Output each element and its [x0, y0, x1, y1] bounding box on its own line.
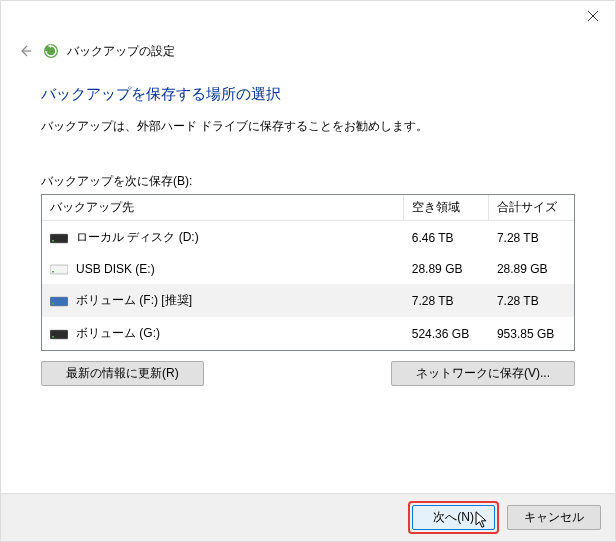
- drive-total: 953.85 GB: [489, 317, 574, 350]
- drive-name: ローカル ディスク (D:): [76, 229, 199, 246]
- drive-free: 7.28 TB: [404, 284, 489, 317]
- svg-rect-9: [52, 303, 54, 305]
- table-row[interactable]: ボリューム (G:)524.36 GB953.85 GB: [42, 317, 574, 350]
- svg-rect-8: [50, 297, 68, 306]
- table-header-row: バックアップ先 空き領域 合計サイズ: [42, 195, 574, 221]
- svg-rect-4: [50, 234, 68, 243]
- cancel-button[interactable]: キャンセル: [507, 505, 601, 530]
- table-row[interactable]: USB DISK (E:)28.89 GB28.89 GB: [42, 254, 574, 284]
- table-row[interactable]: ローカル ディスク (D:)6.46 TB7.28 TB: [42, 221, 574, 255]
- col-total[interactable]: 合計サイズ: [489, 195, 574, 221]
- drive-icon: [50, 231, 68, 245]
- svg-rect-5: [52, 240, 54, 242]
- content-area: バックアップを保存する場所の選択 バックアップは、外部ハード ドライブに保存する…: [1, 63, 615, 396]
- backup-icon: [43, 43, 59, 59]
- back-button[interactable]: [15, 41, 35, 61]
- drive-icon: [50, 262, 68, 276]
- page-subtext: バックアップは、外部ハード ドライブに保存することをお勧めします。: [41, 118, 575, 135]
- drive-name: USB DISK (E:): [76, 262, 155, 276]
- list-label: バックアップを次に保存(B):: [41, 173, 575, 190]
- drive-name: ボリューム (F:) [推奨]: [76, 292, 192, 309]
- drive-free: 28.89 GB: [404, 254, 489, 284]
- table-row[interactable]: ボリューム (F:) [推奨]7.28 TB7.28 TB: [42, 284, 574, 317]
- next-highlight: 次へ(N): [408, 501, 499, 534]
- drive-icon: [50, 294, 68, 308]
- close-icon: [588, 11, 598, 21]
- refresh-button[interactable]: 最新の情報に更新(R): [41, 361, 204, 386]
- col-free[interactable]: 空き領域: [404, 195, 489, 221]
- drive-name: ボリューム (G:): [76, 325, 160, 342]
- drive-table-wrap: バックアップ先 空き領域 合計サイズ ローカル ディスク (D:)6.46 TB…: [41, 194, 575, 351]
- back-arrow-icon: [16, 42, 34, 60]
- next-button[interactable]: 次へ(N): [412, 505, 495, 530]
- network-save-button[interactable]: ネットワークに保存(V)...: [391, 361, 575, 386]
- page-heading: バックアップを保存する場所の選択: [41, 85, 575, 104]
- drive-total: 7.28 TB: [489, 284, 574, 317]
- footer: 次へ(N) キャンセル: [1, 493, 615, 541]
- drive-icon: [50, 327, 68, 341]
- drive-free: 6.46 TB: [404, 221, 489, 255]
- button-row: 最新の情報に更新(R) ネットワークに保存(V)...: [41, 361, 575, 386]
- drive-table: バックアップ先 空き領域 合計サイズ ローカル ディスク (D:)6.46 TB…: [42, 195, 574, 350]
- drive-total: 7.28 TB: [489, 221, 574, 255]
- drive-free: 524.36 GB: [404, 317, 489, 350]
- svg-rect-11: [52, 336, 54, 338]
- col-destination[interactable]: バックアップ先: [42, 195, 404, 221]
- svg-rect-10: [50, 330, 68, 339]
- titlebar: [1, 1, 615, 31]
- svg-rect-7: [52, 271, 54, 273]
- close-button[interactable]: [571, 1, 615, 31]
- drive-total: 28.89 GB: [489, 254, 574, 284]
- app-name: バックアップの設定: [67, 43, 175, 60]
- header-row: バックアップの設定: [1, 31, 615, 63]
- svg-rect-6: [50, 265, 68, 274]
